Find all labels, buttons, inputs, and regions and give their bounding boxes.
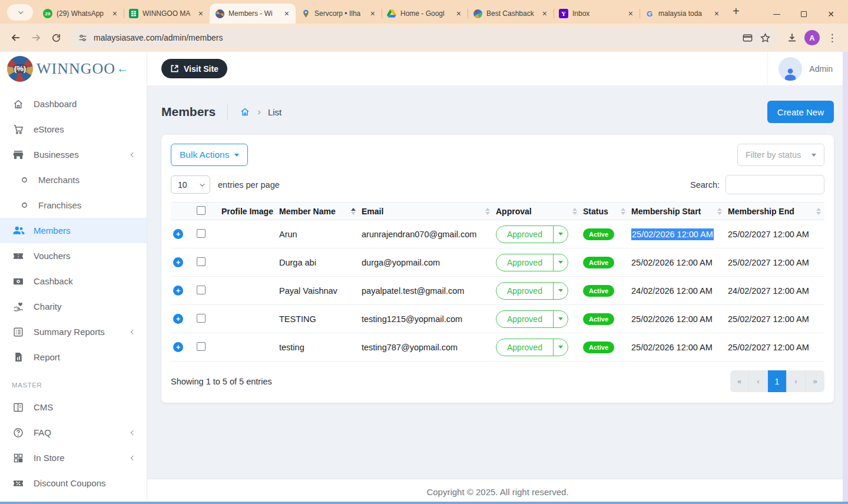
dot-icon xyxy=(19,177,29,183)
header-approval[interactable]: Approval xyxy=(493,203,581,220)
tab-close-icon[interactable]: × xyxy=(541,9,548,18)
reload-button[interactable] xyxy=(46,28,66,48)
row-checkbox[interactable] xyxy=(197,342,206,351)
caret-down-icon[interactable] xyxy=(553,226,568,243)
admin-profile-menu[interactable]: Admin xyxy=(767,52,848,85)
tab-close-icon[interactable]: × xyxy=(111,9,118,18)
approval-dropdown[interactable]: Approved xyxy=(496,310,568,328)
sidebar-item-summary-reports[interactable]: Summary Reports xyxy=(0,319,147,344)
browser-tab-2[interactable]: WINNGOO MA× xyxy=(124,4,210,24)
sidebar-item-dashboard[interactable]: Dashboard xyxy=(0,91,147,117)
row-checkbox[interactable] xyxy=(197,314,206,323)
expand-row-button[interactable]: + xyxy=(173,257,183,267)
page-size-select[interactable]: 10 xyxy=(171,175,210,194)
header-select-all[interactable] xyxy=(194,203,219,220)
expand-row-button[interactable]: + xyxy=(173,286,183,296)
expand-row-button[interactable]: + xyxy=(173,314,183,324)
tab-close-icon[interactable]: × xyxy=(713,9,720,18)
sidebar-item-cashback[interactable]: Cashback xyxy=(0,268,147,294)
sidebar-item-members[interactable]: Members xyxy=(0,218,147,243)
sidebar-item-estores[interactable]: eStores xyxy=(0,117,147,142)
pagination-button-5[interactable]: » xyxy=(806,370,824,392)
row-checkbox[interactable] xyxy=(197,286,206,294)
header-status[interactable]: Status xyxy=(581,203,629,220)
sidebar-item-cms[interactable]: CMS xyxy=(0,394,147,420)
browser-tab-8[interactable]: Gmalaysia toda× xyxy=(640,4,726,24)
pagination-button-4[interactable]: › xyxy=(787,370,806,392)
tab-close-icon[interactable]: × xyxy=(455,9,462,18)
breadcrumb-home-icon[interactable] xyxy=(240,107,250,117)
visit-site-button[interactable]: Visit Site xyxy=(161,59,227,78)
sidebar-collapse-button[interactable]: ← xyxy=(117,62,128,75)
drive-favicon xyxy=(387,9,396,18)
header-member-name[interactable]: Member Name xyxy=(277,203,359,220)
approval-dropdown[interactable]: Approved xyxy=(496,254,568,271)
maximize-button[interactable] xyxy=(790,11,817,17)
row-checkbox[interactable] xyxy=(197,257,206,266)
tab-search-button[interactable] xyxy=(7,4,33,21)
browser-menu-button[interactable]: ⋮ xyxy=(822,28,842,48)
pagination-button-2[interactable]: ‹ xyxy=(749,370,768,392)
search-input[interactable] xyxy=(726,175,824,194)
minimize-button[interactable] xyxy=(763,14,790,15)
sidebar-item-franchises[interactable]: Franchises xyxy=(0,193,147,218)
header-membership-end[interactable]: Membership End xyxy=(726,203,824,220)
bulk-actions-button[interactable]: Bulk Actions xyxy=(171,144,248,166)
sidebar-item-vouchers[interactable]: Vouchers xyxy=(0,243,147,268)
download-icon xyxy=(786,32,798,44)
caret-down-icon[interactable] xyxy=(553,283,568,299)
sidebar-item-discount-coupons[interactable]: Discount Coupons xyxy=(0,470,147,496)
site-settings-icon[interactable] xyxy=(78,33,88,43)
header-membership-start[interactable]: Membership Start xyxy=(629,203,726,220)
select-all-checkbox[interactable] xyxy=(197,206,206,215)
tab-close-icon[interactable]: × xyxy=(283,9,290,18)
sidebar-item-charity[interactable]: Charity xyxy=(0,294,147,319)
browser-tab-4[interactable]: Servcorp • Ilha× xyxy=(296,4,382,24)
chevron-left-icon xyxy=(131,455,135,460)
sidebar-item-report[interactable]: Report xyxy=(0,344,147,370)
pagination-page-current[interactable]: 1 xyxy=(768,370,787,392)
sheets-favicon xyxy=(129,9,138,18)
forward-button[interactable] xyxy=(26,28,46,48)
sidebar-item-businesses[interactable]: Businesses xyxy=(0,142,147,167)
new-tab-button[interactable]: + xyxy=(733,5,740,18)
approval-dropdown[interactable]: Approved xyxy=(496,226,568,243)
address-bar[interactable]: malaysiasave.com/admin/members xyxy=(71,28,777,48)
caret-down-icon[interactable] xyxy=(553,311,568,327)
downloads-button[interactable] xyxy=(782,28,802,48)
report-list-icon xyxy=(12,326,25,338)
header-email[interactable]: Email xyxy=(359,203,493,220)
payment-methods-button[interactable] xyxy=(738,29,756,47)
browser-profile-button[interactable]: A xyxy=(802,28,822,48)
sidebar-item-in-store[interactable]: In Store xyxy=(0,445,147,470)
tab-close-icon[interactable]: × xyxy=(627,9,634,18)
expand-row-button[interactable]: + xyxy=(173,342,183,352)
expand-row-button[interactable]: + xyxy=(173,229,183,239)
browser-tab-7[interactable]: YInbox× xyxy=(554,4,640,24)
caret-down-icon[interactable] xyxy=(553,339,568,356)
approval-dropdown[interactable]: Approved xyxy=(496,339,568,356)
tab-close-icon[interactable]: × xyxy=(369,9,376,18)
bookmark-button[interactable] xyxy=(756,29,774,47)
browser-tab-3[interactable]: Members - Wi× xyxy=(210,4,296,24)
browser-tab-1[interactable]: 29(29) WhatsApp× xyxy=(38,4,124,24)
cms-icon xyxy=(12,402,25,413)
close-window-button[interactable]: ✕ xyxy=(817,9,844,19)
approval-dropdown[interactable]: Approved xyxy=(496,282,568,300)
filter-by-status-select[interactable]: Filter by status xyxy=(737,144,824,166)
caret-down-icon[interactable] xyxy=(553,254,568,271)
sidebar-item-faq[interactable]: FAQ xyxy=(0,420,147,445)
create-new-button[interactable]: Create New xyxy=(767,101,834,123)
profile-image-cell xyxy=(219,220,277,248)
sidebar-item-merchants[interactable]: Merchants xyxy=(0,167,147,193)
browser-scrollbar[interactable] xyxy=(843,52,848,502)
row-checkbox[interactable] xyxy=(197,229,206,238)
pagination-button-1[interactable]: « xyxy=(730,370,749,392)
browser-tab-6[interactable]: Best Cashback× xyxy=(468,4,554,24)
sidebar-header: (%) WINNGOO ← xyxy=(0,52,147,85)
url-text[interactable]: malaysiasave.com/admin/members xyxy=(94,33,738,42)
browser-tab-5[interactable]: Home - Googl× xyxy=(382,4,468,24)
tab-close-icon[interactable]: × xyxy=(197,9,204,18)
back-button[interactable] xyxy=(6,28,26,48)
membership-end-date: 24/02/2027 12:00 AM xyxy=(728,286,809,296)
